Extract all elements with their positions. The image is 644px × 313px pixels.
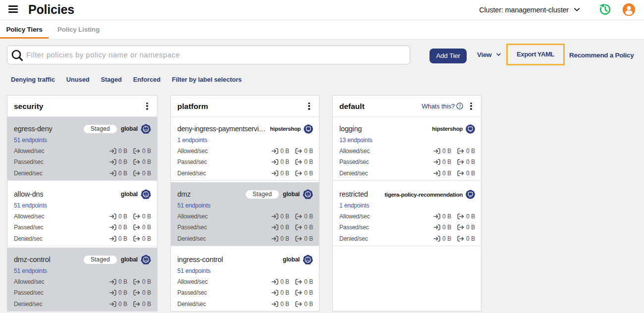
svg-text:?: ? [458, 104, 461, 108]
